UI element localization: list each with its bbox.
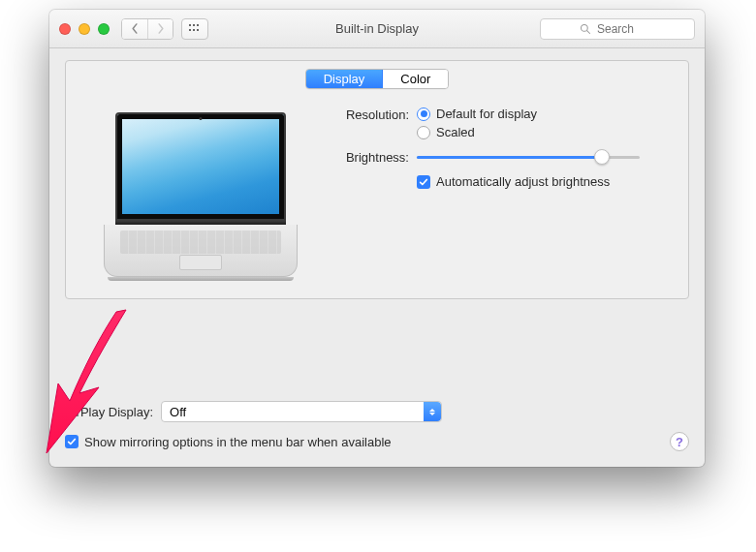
- search-input[interactable]: [597, 22, 655, 36]
- tab-bar: Display Color: [79, 69, 675, 89]
- tab-color[interactable]: Color: [382, 70, 448, 88]
- tab-control: Display Color: [305, 69, 450, 89]
- window-body: Display Color Resolution:: [49, 48, 705, 467]
- radio-icon: [417, 107, 430, 121]
- zoom-window-button[interactable]: [98, 23, 110, 35]
- checkbox-icon: [65, 435, 79, 448]
- search-field[interactable]: [540, 18, 695, 40]
- device-preview: [79, 107, 322, 281]
- popup-arrows-icon: [424, 402, 441, 421]
- back-button[interactable]: [122, 19, 147, 39]
- settings-column: Resolution: Default for display Scaled: [322, 107, 675, 281]
- forward-button[interactable]: [147, 19, 173, 39]
- resolution-radio-group: Default for display Scaled: [417, 107, 537, 139]
- brightness-label: Brightness:: [322, 149, 409, 165]
- bottom-section: AirPlay Display: Off Show mirroring opti…: [65, 401, 689, 451]
- show-all-button[interactable]: [181, 18, 208, 40]
- resolution-label: Resolution:: [322, 107, 409, 122]
- svg-line-1: [587, 30, 590, 33]
- help-button[interactable]: ?: [670, 432, 689, 451]
- traffic-lights: [59, 23, 110, 35]
- airplay-popup[interactable]: Off: [161, 401, 442, 422]
- airplay-value: Off: [170, 405, 186, 419]
- slider-thumb[interactable]: [594, 149, 610, 165]
- auto-brightness-row: Automatically adjust brightness: [322, 174, 675, 189]
- brightness-slider[interactable]: [417, 149, 640, 165]
- resolution-scaled-radio[interactable]: Scaled: [417, 125, 537, 139]
- minimize-window-button[interactable]: [79, 23, 90, 35]
- close-window-button[interactable]: [59, 23, 71, 35]
- tab-display[interactable]: Display: [306, 70, 383, 88]
- display-settings-panel: Display Color Resolution:: [65, 60, 689, 299]
- resolution-default-radio[interactable]: Default for display: [417, 107, 537, 121]
- airplay-label: AirPlay Display:: [65, 405, 153, 419]
- settings-row: Resolution: Default for display Scaled: [79, 107, 675, 281]
- nav-back-forward: [121, 18, 173, 40]
- search-icon: [580, 23, 591, 35]
- checkbox-label: Show mirroring options in the menu bar w…: [84, 435, 392, 449]
- radio-label: Default for display: [436, 107, 537, 121]
- preferences-window: Built-in Display Display Color: [49, 10, 705, 467]
- checkbox-label: Automatically adjust brightness: [436, 174, 610, 189]
- window-toolbar: Built-in Display: [49, 10, 705, 48]
- radio-label: Scaled: [436, 125, 475, 139]
- mirroring-checkbox[interactable]: Show mirroring options in the menu bar w…: [65, 435, 392, 449]
- radio-icon: [417, 126, 430, 139]
- resolution-row: Resolution: Default for display Scaled: [322, 107, 675, 139]
- auto-brightness-checkbox[interactable]: Automatically adjust brightness: [417, 174, 610, 189]
- macbook-illustration: [104, 112, 298, 281]
- airplay-row: AirPlay Display: Off: [65, 401, 689, 422]
- svg-point-0: [582, 24, 588, 31]
- slider-fill: [417, 156, 602, 159]
- grid-icon: [189, 24, 201, 34]
- footer-row: Show mirroring options in the menu bar w…: [65, 432, 689, 451]
- checkbox-icon: [417, 175, 430, 189]
- brightness-row: Brightness:: [322, 149, 675, 165]
